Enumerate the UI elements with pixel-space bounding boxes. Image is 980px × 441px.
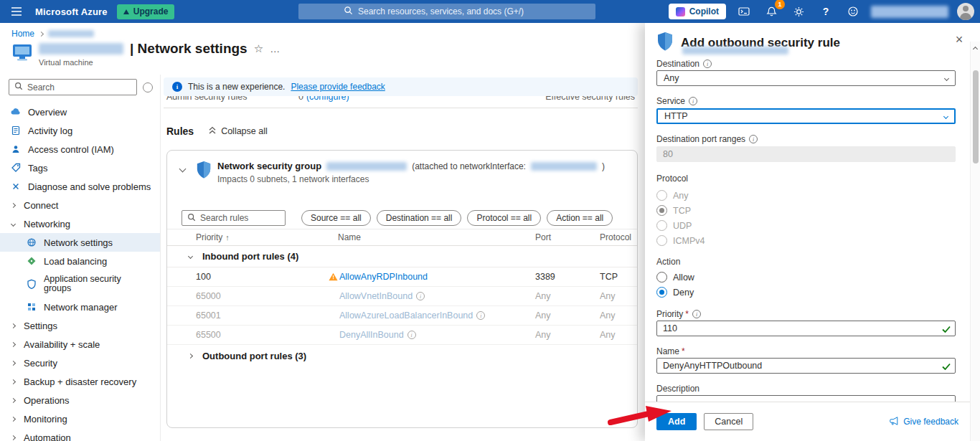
redacted-breadcrumb-item[interactable]	[48, 30, 94, 37]
destination-select[interactable]: Any	[656, 70, 956, 86]
sidebar-group-automation[interactable]: Automation	[0, 428, 160, 441]
sidebar-group-monitoring[interactable]: Monitoring	[0, 409, 160, 428]
info-icon	[416, 292, 425, 300]
service-label: Service	[656, 96, 685, 106]
rule-name-link[interactable]: AllowAnyRDPInbound	[339, 272, 428, 282]
name-input[interactable]	[656, 358, 956, 374]
activity-log-icon	[10, 125, 21, 136]
resource-type-label: Virtual machine	[39, 58, 281, 67]
network-manager-icon	[26, 302, 37, 313]
azure-top-bar: Microsoft Azure Upgrade Copilot 1	[0, 0, 980, 23]
load-balancing-icon	[26, 256, 37, 267]
filter-protocol[interactable]: Protocol == all	[467, 210, 541, 226]
cloud-shell-icon[interactable]	[735, 2, 753, 21]
rule-name-link[interactable]: AllowVnetInBound	[339, 291, 413, 301]
sidebar-item-network-settings[interactable]: Network settings	[0, 233, 160, 252]
chevron-right-icon	[10, 204, 17, 207]
protocol-option-icmpv4[interactable]: ICMPv4	[656, 233, 956, 248]
help-icon[interactable]	[816, 2, 835, 21]
sidebar-group-backup-disaster-recovery[interactable]: Backup + disaster recovery	[0, 372, 160, 391]
service-select[interactable]: HTTP	[656, 108, 956, 124]
priority-input[interactable]	[656, 321, 956, 336]
cancel-button[interactable]: Cancel	[704, 413, 753, 430]
chevron-down-icon[interactable]	[174, 161, 190, 176]
chevron-right-icon	[10, 399, 17, 402]
filter-source[interactable]: Source == all	[301, 210, 371, 226]
breadcrumb-home-link[interactable]: Home	[11, 29, 34, 39]
outbound-rules-group[interactable]: Outbound port rules (3)	[167, 345, 637, 366]
sidebar-group-operations[interactable]: Operations	[0, 391, 160, 409]
sidebar-item-load-balancing[interactable]: Load balancing	[0, 252, 160, 270]
sidebar-options-button[interactable]	[143, 82, 153, 93]
vertical-scrollbar[interactable]	[970, 42, 980, 441]
banner-feedback-link[interactable]: Please provide feedback	[291, 82, 385, 92]
column-name[interactable]: Name	[328, 232, 535, 242]
hamburger-menu-icon[interactable]	[7, 2, 26, 21]
info-icon	[692, 310, 701, 318]
network-settings-icon	[26, 237, 37, 248]
rule-name-link[interactable]: DenyAllInBound	[339, 330, 404, 340]
close-icon[interactable]	[950, 30, 969, 49]
sidebar-item-overview[interactable]: Overview	[0, 103, 160, 121]
avatar[interactable]	[957, 3, 974, 20]
brand-title[interactable]: Microsoft Azure	[35, 6, 108, 17]
give-feedback-link[interactable]: Give feedback	[889, 416, 958, 428]
rule-row[interactable]: 65000 AllowVnetInBound Any Any	[167, 287, 637, 306]
copilot-icon	[676, 7, 685, 16]
feedback-smiley-icon[interactable]	[844, 2, 862, 21]
global-search-input[interactable]	[358, 6, 550, 16]
protocol-option-tcp[interactable]: TCP	[656, 203, 956, 218]
redacted-vm-name	[39, 43, 123, 54]
rules-search-box[interactable]	[182, 210, 286, 226]
action-option-deny[interactable]: Deny	[656, 285, 956, 300]
sidebar-group-connect[interactable]: Connect	[0, 196, 160, 214]
sidebar-item-tags[interactable]: Tags	[0, 158, 160, 177]
scrollbar-thumb[interactable]	[973, 70, 979, 163]
notification-badge: 1	[775, 0, 785, 9]
notifications-bell-icon[interactable]: 1	[762, 2, 781, 21]
favorite-star-icon[interactable]	[254, 42, 263, 55]
column-port[interactable]: Port	[535, 232, 600, 242]
rule-row[interactable]: 65001 AllowAzureLoadBalancerInBound Any …	[167, 306, 637, 326]
sidebar-item-diagnose[interactable]: Diagnose and solve problems	[0, 177, 160, 196]
more-options-icon[interactable]	[270, 43, 281, 54]
nsg-shield-icon	[656, 32, 674, 54]
protocol-option-udp[interactable]: UDP	[656, 218, 956, 233]
settings-gear-icon[interactable]	[789, 2, 808, 21]
sidebar-item-access-control[interactable]: Access control (IAM)	[0, 140, 160, 158]
action-option-allow[interactable]: Allow	[656, 270, 956, 285]
sidebar-group-networking[interactable]: Networking	[0, 214, 160, 233]
rule-row[interactable]: 65500 DenyAllInBound Any Any	[167, 326, 637, 345]
scroll-up-icon[interactable]	[973, 47, 978, 52]
copilot-button[interactable]: Copilot	[669, 4, 726, 19]
copilot-label: Copilot	[689, 6, 719, 16]
add-button[interactable]: Add	[656, 413, 697, 430]
column-protocol[interactable]: Protocol	[600, 232, 637, 242]
global-search-bar[interactable]	[298, 4, 595, 19]
description-label: Description	[656, 384, 699, 394]
sidebar-group-availability-scale[interactable]: Availability + scale	[0, 335, 160, 354]
inbound-rules-group[interactable]: Inbound port rules (4)	[167, 246, 637, 267]
filter-destination[interactable]: Destination == all	[377, 210, 462, 226]
chevron-right-icon	[10, 417, 17, 421]
valid-check-icon	[942, 325, 951, 335]
virtual-machine-icon	[11, 41, 33, 65]
sidebar-item-network-manager[interactable]: Network manager	[0, 298, 160, 316]
upgrade-button[interactable]: Upgrade	[117, 4, 175, 19]
collapse-all-button[interactable]: Collapse all	[208, 126, 268, 137]
sidebar-item-activity-log[interactable]: Activity log	[0, 121, 160, 140]
sidebar-group-security[interactable]: Security	[0, 354, 160, 372]
rule-row[interactable]: 100 AllowAnyRDPInbound 3389 TCP	[167, 267, 637, 287]
info-icon	[703, 60, 712, 68]
sidebar-item-application-security-groups[interactable]: Application security groups	[0, 270, 160, 298]
rule-name-link[interactable]: AllowAzureLoadBalancerInBound	[339, 310, 473, 321]
upgrade-label: Upgrade	[133, 6, 169, 16]
protocol-option-any[interactable]: Any	[656, 188, 956, 203]
action-label: Action	[656, 257, 680, 267]
column-priority[interactable]: Priority	[167, 232, 328, 242]
attached-to-label: (attached to networkInterface:	[412, 161, 526, 171]
filter-action[interactable]: Action == all	[547, 210, 613, 226]
sidebar-group-settings[interactable]: Settings	[0, 316, 160, 335]
rules-search-input[interactable]	[200, 213, 280, 223]
sidebar-search-input[interactable]	[27, 82, 131, 93]
